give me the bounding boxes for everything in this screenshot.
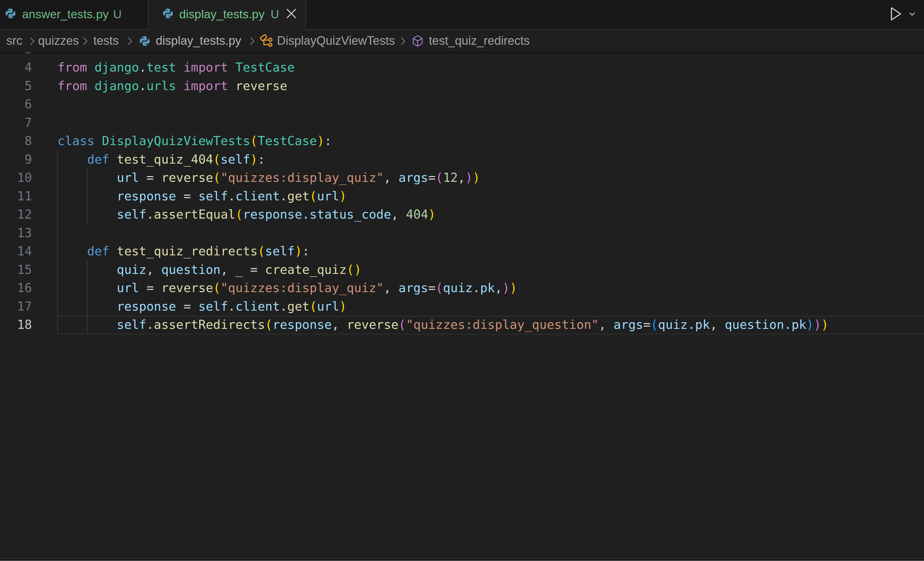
chevron-right-icon (124, 35, 136, 47)
chevron-right-icon (398, 35, 409, 47)
breadcrumb-item-class[interactable]: DisplayQuizViewTests (277, 30, 395, 52)
code-line[interactable]: def test_quiz_404(self): (57, 150, 828, 169)
symbol-class-icon (260, 34, 273, 48)
code-line[interactable]: from django.urls import reverse (57, 77, 828, 95)
code-line[interactable]: self.assertEqual(response.status_code, 4… (57, 205, 828, 224)
chevron-right-icon (27, 35, 38, 47)
line-number: 5 (0, 77, 32, 95)
breadcrumbs: src quizzes tests display_tests.py Displ… (0, 30, 924, 52)
code-line[interactable]: class DisplayQuizViewTests(TestCase): (57, 132, 828, 150)
tab-answer-tests[interactable]: answer_tests.py U (0, 0, 148, 29)
line-number: 8 (0, 132, 32, 150)
line-number: 6 (0, 95, 32, 114)
tab-label: display_tests.py (179, 0, 264, 29)
breadcrumb-item-tests[interactable]: tests (93, 30, 119, 52)
line-number: 7 (0, 114, 32, 132)
line-number: 9 (0, 150, 32, 169)
code-content: from django.test import TestCasefrom dja… (57, 40, 828, 334)
breadcrumb-item-file[interactable]: display_tests.py (156, 30, 242, 52)
python-file-icon (5, 8, 16, 19)
tab-separator (305, 0, 306, 29)
code-line[interactable]: url = reverse("quizzes:display_quiz", ar… (57, 168, 828, 187)
code-line[interactable]: url = reverse("quizzes:display_quiz", ar… (57, 279, 828, 297)
code-line[interactable]: response = self.client.get(url) (57, 297, 828, 316)
breadcrumb-item-method[interactable]: test_quiz_redirects (429, 30, 530, 52)
line-number: 13 (0, 224, 32, 242)
tab-bar: answer_tests.py U display_tests.py U (0, 0, 924, 29)
line-number: 10 (0, 168, 32, 187)
scroll-shadow (0, 52, 924, 54)
breadcrumb-item-src[interactable]: src (6, 30, 22, 52)
line-number-gutter: 3456789101112131415161718 (0, 40, 32, 334)
line-number: 11 (0, 187, 32, 206)
close-icon[interactable] (286, 8, 297, 19)
code-editor[interactable]: 3456789101112131415161718 from django.te… (0, 30, 924, 558)
chevron-right-icon (80, 35, 91, 47)
breadcrumb-item-quizzes[interactable]: quizzes (38, 30, 79, 52)
git-status-badge: U (271, 0, 279, 29)
line-number: 15 (0, 260, 32, 279)
chevron-down-icon[interactable] (908, 9, 916, 18)
tab-label: answer_tests.py (22, 0, 109, 29)
line-number: 17 (0, 297, 32, 316)
line-number: 14 (0, 242, 32, 260)
chevron-right-icon (247, 35, 258, 47)
code-line[interactable]: response = self.client.get(url) (57, 187, 828, 206)
code-line[interactable] (57, 114, 828, 132)
python-file-icon (163, 8, 173, 19)
code-line[interactable]: self.assertRedirects(response, reverse("… (57, 316, 828, 334)
code-line[interactable]: quiz, question, _ = create_quiz() (57, 260, 828, 279)
symbol-method-icon (411, 35, 424, 48)
code-line[interactable] (57, 224, 828, 242)
tab-display-tests[interactable]: display_tests.py U (149, 0, 305, 30)
line-number: 4 (0, 58, 32, 77)
line-number: 18 (0, 316, 32, 334)
line-number: 12 (0, 205, 32, 224)
git-status-badge: U (113, 0, 122, 29)
python-file-icon (140, 35, 150, 47)
run-button[interactable] (888, 5, 904, 21)
code-line[interactable]: def test_quiz_redirects(self): (57, 242, 828, 260)
code-line[interactable] (57, 95, 828, 114)
line-number: 16 (0, 279, 32, 297)
code-line[interactable]: from django.test import TestCase (57, 58, 828, 77)
